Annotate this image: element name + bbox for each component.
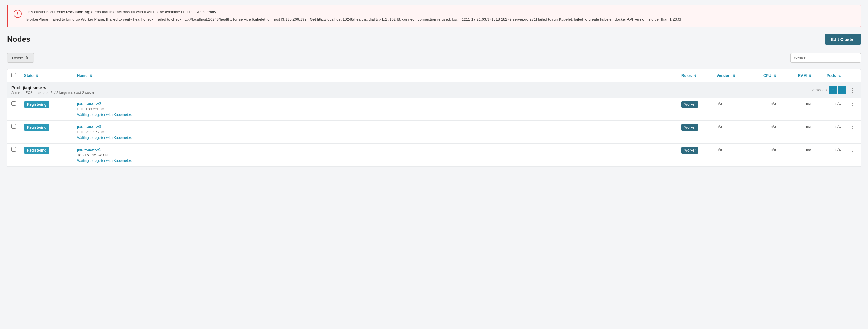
node-cpu-cell-1: n/a — [751, 98, 780, 121]
node-checkbox-3[interactable] — [11, 147, 16, 152]
node-checkbox-2[interactable] — [11, 124, 16, 128]
header-ram[interactable]: RAM ⇅ — [780, 69, 815, 82]
node-status-text-1: Waiting to register with Kubernetes — [77, 113, 673, 117]
node-ram-cell-2: n/a — [780, 120, 815, 143]
edit-cluster-button[interactable]: Edit Cluster — [825, 34, 861, 45]
state-sort-icon: ⇅ — [36, 74, 38, 78]
node-more-button-1[interactable]: ⋮ — [849, 101, 857, 109]
header-checkbox-cell — [7, 69, 20, 82]
select-all-checkbox[interactable] — [11, 73, 16, 78]
version-sort-icon: ⇅ — [733, 74, 735, 78]
header-actions — [845, 69, 861, 82]
node-version-cell-1: n/a — [712, 98, 751, 121]
node-cpu-cell-2: n/a — [751, 120, 780, 143]
table-row: Registering jiaqi-suse-w1 18.216.195.240… — [7, 143, 861, 166]
name-sort-icon: ⇅ — [90, 74, 92, 78]
pods-sort-icon: ⇅ — [838, 74, 841, 78]
node-checkbox-cell-2 — [7, 120, 20, 143]
copy-ip-icon-1[interactable]: ⧉ — [101, 107, 104, 112]
nodes-table: State ⇅ Name ⇅ Roles ⇅ Version ⇅ — [7, 69, 861, 167]
pool-btn-group: − + — [829, 86, 846, 94]
alert-banner: ! This cluster is currently Provisioning… — [7, 5, 861, 27]
node-more-button-2[interactable]: ⋮ — [849, 124, 857, 132]
table-row: Registering jiaqi-suse-w2 3.15.139.220 ⧉… — [7, 98, 861, 121]
node-pods-cell-1: n/a — [815, 98, 845, 121]
node-name-cell-2: jiaqi-suse-w3 3.15.211.177 ⧉ Waiting to … — [73, 120, 677, 143]
node-role-cell-1: Worker — [677, 98, 712, 121]
pool-decrease-button[interactable]: − — [829, 86, 837, 94]
pool-row: Pool: jiaqi-suse-w Amazon EC2 — us-east-… — [7, 82, 861, 98]
node-version-cell-3: n/a — [712, 143, 751, 166]
node-checkbox-cell-1 — [7, 98, 20, 121]
node-dots-cell-1: ⋮ — [845, 98, 861, 121]
table-row: Registering jiaqi-suse-w3 3.15.211.177 ⧉… — [7, 120, 861, 143]
page-header: Nodes Edit Cluster — [7, 34, 861, 45]
state-badge-2: Registering — [24, 124, 50, 131]
pool-increase-button[interactable]: + — [838, 86, 846, 94]
header-cpu[interactable]: CPU ⇅ — [751, 69, 780, 82]
node-checkbox-cell-3 — [7, 143, 20, 166]
node-dots-cell-2: ⋮ — [845, 120, 861, 143]
roles-sort-icon: ⇅ — [694, 74, 696, 78]
node-ip-3: 18.216.195.240 ⧉ — [77, 153, 673, 157]
role-badge-1: Worker — [681, 101, 698, 108]
node-name-link-2[interactable]: jiaqi-suse-w3 — [77, 124, 673, 129]
search-input[interactable] — [790, 53, 861, 63]
node-pods-cell-2: n/a — [815, 120, 845, 143]
node-role-cell-3: Worker — [677, 143, 712, 166]
page-title: Nodes — [7, 35, 30, 44]
node-name-link-3[interactable]: jiaqi-suse-w1 — [77, 147, 673, 152]
pool-more-button[interactable]: ⋮ — [848, 86, 857, 94]
trash-icon: 🗑 — [25, 56, 29, 60]
alert-text: This cluster is currently Provisioning; … — [26, 9, 681, 23]
node-name-cell-1: jiaqi-suse-w2 3.15.139.220 ⧉ Waiting to … — [73, 98, 677, 121]
header-version[interactable]: Version ⇅ — [712, 69, 751, 82]
state-badge-1: Registering — [24, 101, 50, 108]
node-ip-1: 3.15.139.220 ⧉ — [77, 107, 673, 112]
node-ram-cell-1: n/a — [780, 98, 815, 121]
node-version-cell-2: n/a — [712, 120, 751, 143]
role-badge-2: Worker — [681, 124, 698, 131]
node-more-button-3[interactable]: ⋮ — [849, 147, 857, 155]
node-role-cell-2: Worker — [677, 120, 712, 143]
alert-icon: ! — [13, 10, 22, 18]
toolbar: Delete 🗑 — [7, 51, 861, 65]
node-dots-cell-3: ⋮ — [845, 143, 861, 166]
node-checkbox-1[interactable] — [11, 101, 16, 106]
pool-name: Pool: jiaqi-suse-w — [11, 85, 94, 90]
ram-sort-icon: ⇅ — [809, 74, 811, 78]
header-roles[interactable]: Roles ⇅ — [677, 69, 712, 82]
alert-detail: [workerPlane] Failed to bring up Worker … — [26, 17, 681, 23]
node-ip-2: 3.15.211.177 ⧉ — [77, 130, 673, 134]
role-badge-3: Worker — [681, 147, 698, 154]
node-status-text-3: Waiting to register with Kubernetes — [77, 159, 673, 163]
cpu-sort-icon: ⇅ — [774, 74, 776, 78]
node-cpu-cell-3: n/a — [751, 143, 780, 166]
header-pods[interactable]: Pods ⇅ — [815, 69, 845, 82]
header-name[interactable]: Name ⇅ — [73, 69, 677, 82]
node-status-text-2: Waiting to register with Kubernetes — [77, 136, 673, 140]
search-wrapper — [790, 53, 861, 63]
node-ram-cell-3: n/a — [780, 143, 815, 166]
node-state-cell-3: Registering — [20, 143, 73, 166]
delete-label: Delete — [12, 56, 23, 60]
node-pods-cell-3: n/a — [815, 143, 845, 166]
table-header-row: State ⇅ Name ⇅ Roles ⇅ Version ⇅ — [7, 69, 861, 82]
alert-status: Provisioning — [66, 10, 89, 14]
copy-ip-icon-2[interactable]: ⧉ — [101, 130, 104, 134]
node-name-link-1[interactable]: jiaqi-suse-w2 — [77, 101, 673, 106]
copy-ip-icon-3[interactable]: ⧉ — [105, 153, 108, 157]
nodes-table-wrapper: State ⇅ Name ⇅ Roles ⇅ Version ⇅ — [7, 69, 861, 167]
delete-button[interactable]: Delete 🗑 — [7, 53, 34, 63]
pool-nodes-count: 3 Nodes — [812, 88, 827, 92]
node-state-cell-1: Registering — [20, 98, 73, 121]
node-name-cell-3: jiaqi-suse-w1 18.216.195.240 ⧉ Waiting t… — [73, 143, 677, 166]
state-badge-3: Registering — [24, 147, 50, 154]
node-state-cell-2: Registering — [20, 120, 73, 143]
pool-subtitle: Amazon EC2 — us-east-2a/t2.large (us-eas… — [11, 91, 94, 95]
header-state[interactable]: State ⇅ — [20, 69, 73, 82]
